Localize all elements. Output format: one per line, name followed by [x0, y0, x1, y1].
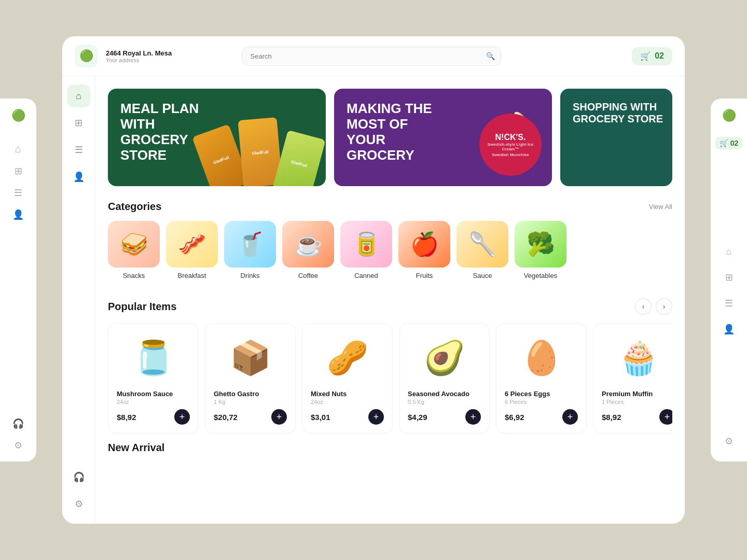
category-label-breakfast: Breakfast — [178, 272, 206, 279]
grid-icon: ⊞ — [75, 117, 82, 129]
product-card-seasoned-avocado: 🥑 Seasoned Avocado 0.5 Kg $4,29 + — [399, 323, 490, 433]
nav-prev-button[interactable]: ‹ — [635, 298, 652, 315]
category-icon-sauce: 🥄 — [457, 221, 508, 268]
sidebar-item-categories[interactable]: ⊞ — [67, 111, 90, 134]
category-label-vegetables: Vegetables — [524, 272, 557, 279]
sidebar-bottom: 🎧 ⚙ — [67, 466, 90, 515]
banner-making-most[interactable]: MAKING THE MOST OF YOUR GROCERY 🍦 N!CK'S… — [334, 89, 552, 186]
product-footer-mushroom-sauce: $8,92 + — [117, 409, 190, 425]
add-to-cart-mushroom-sauce[interactable]: + — [174, 409, 190, 425]
product-weight-premium-muffin: 1 Pieces — [602, 399, 672, 405]
product-price-mushroom-sauce: $8,92 — [117, 413, 136, 422]
product-price-seasoned-avocado: $4,29 — [408, 413, 427, 422]
product-footer-mixed-nuts: $3,01 + — [311, 409, 384, 425]
search-input[interactable] — [242, 47, 501, 66]
category-icon-snacks: 🥪 — [108, 221, 160, 268]
popular-items-title: Popular Items — [108, 301, 176, 313]
right-cart-count: 02 — [730, 139, 739, 147]
categories-view-all[interactable]: View All — [649, 203, 672, 211]
product-card-mushroom-sauce: 🫙 Mushroom Sauce 24oz $8,92 + — [108, 323, 199, 433]
product-footer-ghetto-gastro: $20,72 + — [214, 409, 287, 425]
category-label-sauce: Sauce — [473, 272, 492, 279]
product-name-ghetto-gastro: Ghetto Gastro — [214, 390, 287, 398]
product-name-seasoned-avocado: Seasoned Avocado — [408, 390, 481, 398]
product-card-6-pieces-eggs: 🥚 6 Pieces Eggs 6 Pieces $6,92 + — [496, 323, 587, 433]
category-item-coffee[interactable]: ☕ Coffee — [282, 221, 334, 279]
banner-shopping-text: SHOPPING WITH GROCERY STORE — [573, 101, 672, 125]
new-arrival-title: New Arrival — [108, 442, 672, 454]
category-icon-coffee: ☕ — [282, 221, 334, 268]
category-item-breakfast[interactable]: 🥓 Breakfast — [166, 221, 218, 279]
nav-arrows: ‹ › — [635, 298, 672, 315]
address-line1: 2464 Royal Ln. Mesa — [106, 49, 172, 57]
add-to-cart-premium-muffin[interactable]: + — [659, 409, 672, 425]
category-label-snacks: Snacks — [123, 272, 145, 279]
main-app-card: 🟢 2464 Royal Ln. Mesa Your address 🔍 🛒 0… — [62, 36, 685, 524]
search-bar[interactable]: 🔍 — [242, 47, 501, 66]
category-item-vegetables[interactable]: 🥦 Vegetables — [515, 221, 566, 279]
left-side-panel: 🟢 ⌂ ⊞ ☰ 👤 🎧 ⚙ — [0, 99, 36, 461]
product-weight-6-pieces-eggs: 6 Pieces — [505, 399, 578, 405]
app-logo: 🟢 — [75, 45, 98, 67]
categories-row: 🥪 Snacks 🥓 Breakfast 🥤 Drinks ☕ Coffee 🥫… — [108, 221, 672, 282]
nav-next-button[interactable]: › — [656, 298, 672, 315]
category-icon-fruits: 🍎 — [398, 221, 450, 268]
product-image-ghetto-gastro: 📦 — [214, 332, 287, 384]
profile-icon: 👤 — [73, 171, 85, 183]
product-name-mixed-nuts: Mixed Nuts — [311, 390, 384, 398]
product-image-6-pieces-eggs: 🥚 — [505, 332, 578, 384]
sidebar-item-home[interactable]: ⌂ — [67, 85, 90, 107]
add-to-cart-mixed-nuts[interactable]: + — [368, 409, 384, 425]
category-label-coffee: Coffee — [298, 272, 318, 279]
sidebar-item-settings[interactable]: ⚙ — [67, 493, 90, 515]
product-image-mushroom-sauce: 🫙 — [117, 332, 190, 384]
address-line2: Your address — [106, 57, 172, 63]
category-label-fruits: Fruits — [416, 272, 433, 279]
product-price-ghetto-gastro: $20,72 — [214, 413, 238, 422]
products-row: 🫙 Mushroom Sauce 24oz $8,92 + 📦 Ghetto G… — [108, 323, 672, 438]
product-footer-6-pieces-eggs: $6,92 + — [505, 409, 578, 425]
category-icon-breakfast: 🥓 — [166, 221, 218, 268]
cart-count: 02 — [655, 51, 664, 61]
category-item-canned[interactable]: 🥫 Canned — [340, 221, 392, 279]
search-icon: 🔍 — [486, 52, 495, 60]
product-name-mushroom-sauce: Mushroom Sauce — [117, 390, 190, 398]
product-weight-mixed-nuts: 24oz — [311, 399, 384, 405]
banner-meal-plan[interactable]: MEAL PLAN WITH GROCERY STORE GladFull Gl… — [108, 89, 326, 186]
cart-button[interactable]: 🛒 02 — [632, 47, 672, 65]
popular-items-section: Popular Items ‹ › 🫙 Mushroom Sauce 24oz … — [108, 298, 672, 438]
add-to-cart-6-pieces-eggs[interactable]: + — [562, 409, 578, 425]
popular-items-header: Popular Items ‹ › — [108, 298, 672, 315]
category-item-drinks[interactable]: 🥤 Drinks — [224, 221, 276, 279]
add-to-cart-ghetto-gastro[interactable]: + — [271, 409, 287, 425]
sidebar-item-support[interactable]: 🎧 — [67, 466, 90, 488]
product-card-premium-muffin: 🧁 Premium Muffin 1 Pieces $8,92 + — [593, 323, 672, 433]
product-image-seasoned-avocado: 🥑 — [408, 332, 481, 384]
add-to-cart-seasoned-avocado[interactable]: + — [465, 409, 481, 425]
category-item-fruits[interactable]: 🍎 Fruits — [398, 221, 450, 279]
list-icon: ☰ — [75, 144, 83, 156]
banner-making-most-text: MAKING THE MOST OF YOUR GROCERY — [347, 101, 450, 163]
sidebar-item-profile[interactable]: 👤 — [67, 165, 90, 188]
new-arrival-section: New Arrival — [108, 442, 672, 454]
right-side-panel: 🟢 🛒 02 ⌂ ⊞ ☰ 👤 ⚙ — [711, 99, 747, 461]
sidebar: ⌂ ⊞ ☰ 👤 🎧 ⚙ — [62, 76, 95, 524]
banner-shopping[interactable]: SHOPPING WITH GROCERY STORE — [560, 89, 672, 186]
category-item-sauce[interactable]: 🥄 Sauce — [457, 221, 508, 279]
category-label-canned: Canned — [354, 272, 378, 279]
categories-title: Categories — [108, 201, 161, 213]
body-layout: ⌂ ⊞ ☰ 👤 🎧 ⚙ — [62, 76, 685, 524]
product-image-premium-muffin: 🧁 — [602, 332, 672, 384]
banners-row: MEAL PLAN WITH GROCERY STORE GladFull Gl… — [108, 89, 672, 186]
settings-icon: ⚙ — [75, 498, 83, 510]
category-item-snacks[interactable]: 🥪 Snacks — [108, 221, 160, 279]
category-label-drinks: Drinks — [241, 272, 260, 279]
product-footer-premium-muffin: $8,92 + — [602, 409, 672, 425]
product-name-premium-muffin: Premium Muffin — [602, 390, 672, 398]
product-footer-seasoned-avocado: $4,29 + — [408, 409, 481, 425]
product-weight-seasoned-avocado: 0.5 Kg — [408, 399, 481, 405]
product-price-mixed-nuts: $3,01 — [311, 413, 330, 422]
sidebar-item-orders[interactable]: ☰ — [67, 138, 90, 161]
address-block[interactable]: 2464 Royal Ln. Mesa Your address — [106, 49, 172, 63]
app-header: 🟢 2464 Royal Ln. Mesa Your address 🔍 🛒 0… — [62, 36, 685, 76]
